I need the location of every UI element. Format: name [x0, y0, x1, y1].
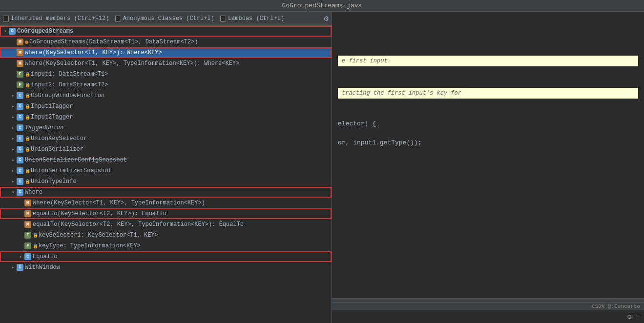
badge-keytype: F [24, 242, 31, 249]
badge-unionserializer: C [17, 146, 23, 153]
expand-arrow-where-class[interactable]: ▾ [10, 189, 17, 196]
left-panel: Inherited members (Ctrl+F12) Anonymous C… [0, 12, 332, 323]
settings-gear-icon[interactable]: ⚙ [324, 14, 329, 23]
badge-equalto-method-2: M [24, 221, 31, 228]
expand-arrow-input2tagger[interactable]: ▸ [10, 114, 17, 121]
inherited-members-checkbox-label[interactable]: Inherited members (Ctrl+F12) [3, 15, 109, 22]
tree-item-unionserializersnapshot[interactable]: ▸C🔒UnionSerializerSnapshot [0, 165, 332, 176]
minus-icon[interactable]: − [635, 312, 640, 321]
lambdas-checkbox-label[interactable]: Lambdas (Ctrl+L) [220, 15, 284, 22]
tree-item-cogroupedstreams-root[interactable]: ▾CCoGroupedStreams [0, 26, 332, 37]
item-label-unionserializersnapshot: UnionSerializerSnapshot [31, 167, 112, 174]
status-bar: CSDN @:Concerto [332, 302, 644, 310]
item-label-uniontypeinfo: UnionTypeInfo [31, 178, 77, 185]
expand-arrow-keytype[interactable] [18, 242, 24, 249]
expand-arrow-input1tagger[interactable]: ▸ [10, 103, 17, 110]
badge-equalto-method-1: M [24, 210, 31, 217]
expand-arrow-cogroupwindowfunction[interactable]: ▸ [10, 92, 17, 99]
anonymous-classes-checkbox[interactable] [115, 16, 121, 21]
item-label-cogroupwindowfunction: CoGroupWindowFunction [31, 92, 104, 99]
inherited-members-label: Inherited members (Ctrl+F12) [11, 15, 109, 22]
lock-icon-keytype: 🔒 [33, 243, 38, 248]
expand-arrow-cogroupedstreams-root[interactable]: ▾ [2, 28, 9, 35]
code-lines-area[interactable]: e first input. tracting the first input'… [332, 12, 644, 298]
tree-item-where-constructor[interactable]: MWhere(KeySelector<T1, KEY>, TypeInforma… [0, 198, 332, 208]
tree-item-equalto-method-1[interactable]: MequalTo(KeySelector<T2, KEY>): EqualTo [0, 208, 332, 219]
tree-item-unionserializerconfigsnapshot[interactable]: ▸CUnionSerializerConfigSnapshot [0, 155, 332, 165]
expand-arrow-withwindow[interactable]: ▸ [10, 264, 17, 271]
badge-uniontypeinfo: C [17, 178, 23, 185]
badge-where-method-1: M [17, 49, 23, 56]
expand-arrow-where-method-2[interactable] [10, 60, 17, 67]
expand-arrow-equalto-method-2[interactable] [18, 221, 24, 228]
anonymous-classes-checkbox-label[interactable]: Anonymous Classes (Ctrl+I) [115, 15, 214, 22]
settings-icon-right[interactable]: ⚙ [627, 313, 631, 321]
item-label-input2tagger: Input2Tagger [31, 114, 73, 121]
badge-cogroupwindowfunction: C [17, 92, 23, 99]
item-label-constructor: CoGroupedStreams(DataStream<T1>, DataStr… [29, 39, 198, 45]
badge-taggedunion: C [17, 124, 23, 131]
lock-icon-unionkeyselector: 🔒 [25, 136, 30, 141]
circle-icon-constructor [25, 40, 28, 44]
expand-arrow-equalto-class[interactable]: ▸ [18, 253, 24, 260]
scrollbar-label: CSDN @:Concerto [592, 303, 640, 309]
tree-item-input2[interactable]: F🔒input2: DataStream<T2> [0, 80, 332, 90]
tree-item-input1tagger[interactable]: ▸C🔒Input1Tagger [0, 101, 332, 112]
tree-item-taggedunion[interactable]: ▸CTaggedUnion [0, 122, 332, 133]
expand-arrow-where-constructor[interactable] [18, 200, 24, 206]
expand-arrow-unionserializer[interactable]: ▸ [10, 146, 17, 153]
badge-where-constructor: M [24, 200, 31, 206]
badge-where-class: C [17, 189, 23, 196]
badge-where-method-2: M [17, 60, 23, 67]
tree-item-uniontypeinfo[interactable]: ▸C🔒UnionTypeInfo [0, 176, 332, 187]
expand-arrow-equalto-method-1[interactable] [18, 210, 24, 217]
expand-arrow-constructor[interactable] [10, 39, 17, 45]
tree-item-unionkeyselector[interactable]: ▸C🔒UnionKeySelector [0, 133, 332, 144]
title-bar: CoGroupedStreams.java [0, 0, 644, 12]
file-structure-tree: ▾CCoGroupedStreamsMCoGroupedStreams(Data… [0, 26, 332, 323]
badge-unionkeyselector: C [17, 135, 23, 142]
tree-item-cogroupwindowfunction[interactable]: ▸C🔒CoGroupWindowFunction [0, 90, 332, 101]
tree-item-where-class[interactable]: ▾CWhere [0, 187, 332, 198]
item-label-unionserializerconfigsnapshot: UnionSerializerConfigSnapshot [25, 157, 127, 163]
badge-input2: F [17, 81, 23, 88]
lambdas-checkbox[interactable] [220, 16, 226, 21]
lock-icon-input1tagger: 🔒 [25, 104, 30, 109]
tree-item-where-method-1[interactable]: Mwhere(KeySelector<T1, KEY>): Where<KEY> [0, 47, 332, 58]
lock-icon-keyselector1: 🔒 [33, 233, 38, 238]
inherited-members-checkbox[interactable] [3, 16, 9, 21]
badge-withwindow: C [17, 264, 23, 271]
lambdas-label: Lambdas (Ctrl+L) [228, 15, 284, 22]
tree-item-withwindow[interactable]: ▸CWithWindow [0, 262, 332, 273]
badge-keyselector1: F [24, 232, 31, 239]
right-panel: e first input. tracting the first input'… [332, 12, 644, 323]
tree-item-keytype[interactable]: F🔒keyType: TypeInformation<KEY> [0, 241, 332, 251]
expand-arrow-unionserializersnapshot[interactable]: ▸ [10, 167, 17, 174]
expand-arrow-unionserializerconfigsnapshot[interactable]: ▸ [10, 157, 17, 163]
item-label-keyselector1: keySelector1: KeySelector<T1, KEY> [39, 232, 158, 239]
tree-item-equalto-class[interactable]: ▸CEqualTo [0, 251, 332, 262]
tree-item-equalto-method-2[interactable]: MequalTo(KeySelector<T2, KEY>, TypeInfor… [0, 219, 332, 230]
item-label-input2: input2: DataStream<T2> [31, 81, 108, 88]
anonymous-classes-label: Anonymous Classes (Ctrl+I) [123, 15, 214, 22]
tree-item-unionserializer[interactable]: ▸C🔒UnionSerializer [0, 144, 332, 155]
lock-icon-cogroupwindowfunction: 🔒 [25, 93, 30, 98]
expand-arrow-input2[interactable] [10, 81, 17, 88]
expand-arrow-uniontypeinfo[interactable]: ▸ [10, 178, 17, 185]
item-label-equalto-class: EqualTo [33, 253, 57, 260]
item-label-where-constructor: Where(KeySelector<T1, KEY>, TypeInformat… [33, 200, 205, 206]
expand-arrow-keyselector1[interactable] [18, 232, 24, 239]
expand-arrow-unionkeyselector[interactable]: ▸ [10, 135, 17, 142]
lock-icon-uniontypeinfo: 🔒 [25, 179, 30, 184]
horizontal-scrollbar[interactable] [332, 298, 644, 302]
tree-item-input2tagger[interactable]: ▸C🔒Input2Tagger [0, 112, 332, 122]
expand-arrow-taggedunion[interactable]: ▸ [10, 124, 17, 131]
expand-arrow-input1[interactable] [10, 71, 17, 78]
tree-item-constructor[interactable]: MCoGroupedStreams(DataStream<T1>, DataSt… [0, 37, 332, 47]
tree-item-where-method-2[interactable]: Mwhere(KeySelector<T1, KEY>, TypeInforma… [0, 58, 332, 69]
tree-item-keyselector1[interactable]: F🔒keySelector1: KeySelector<T1, KEY> [0, 230, 332, 241]
code-line-2: or, input1.getType()); [338, 138, 638, 147]
expand-arrow-where-method-1[interactable] [10, 49, 17, 56]
tree-item-input1[interactable]: F🔒input1: DataStream<T1> [0, 69, 332, 80]
item-label-where-method-1: where(KeySelector<T1, KEY>): Where<KEY> [25, 49, 162, 56]
